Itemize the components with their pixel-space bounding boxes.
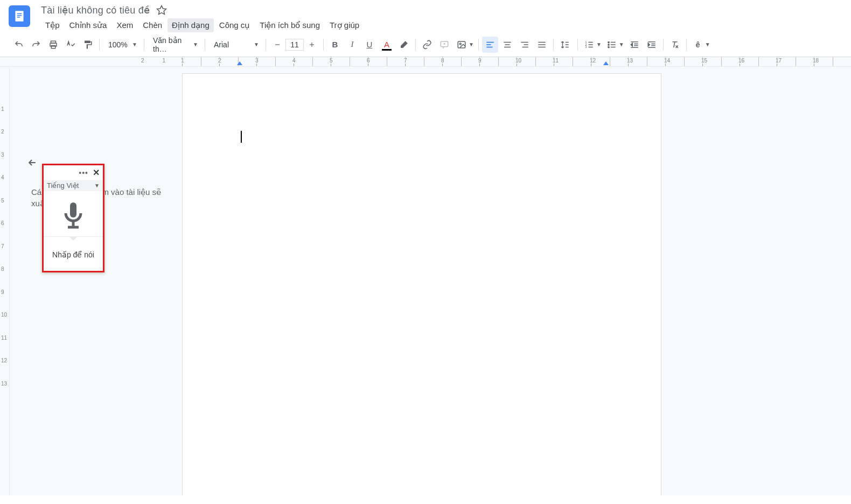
increase-font-size-button[interactable]: [304, 37, 320, 53]
horizontal-ruler[interactable]: 21 123456789101112131415161718: [0, 57, 851, 67]
chevron-down-icon: ▼: [705, 41, 710, 47]
align-center-button[interactable]: [499, 37, 515, 53]
header: Tài liệu không có tiêu đề Tệp Chỉnh sửa …: [0, 0, 851, 32]
italic-button[interactable]: I: [344, 37, 360, 53]
bulleted-list-button[interactable]: ▼: [604, 37, 625, 53]
line-spacing-button[interactable]: [557, 37, 574, 53]
input-method-button[interactable]: ê▼: [690, 37, 712, 53]
text-cursor: [241, 131, 242, 143]
svg-marker-52: [648, 43, 650, 46]
ruler-tick: 9: [479, 57, 498, 66]
svg-marker-4: [157, 6, 166, 15]
align-left-button[interactable]: [482, 37, 498, 53]
ruler-tick: 8: [442, 57, 461, 66]
undo-button[interactable]: [11, 37, 27, 53]
zoom-select[interactable]: 100%▼: [103, 37, 141, 53]
insert-link-button[interactable]: [419, 37, 435, 53]
underline-button[interactable]: U: [361, 37, 378, 53]
ruler-tick: 16: [740, 57, 758, 66]
separator: [478, 39, 479, 51]
more-options-icon[interactable]: •••: [79, 169, 88, 177]
menu-file[interactable]: Tệp: [41, 18, 64, 32]
separator: [99, 39, 100, 51]
toolbar: 100%▼ Văn bản th…▼ Arial▼ B I U A ▼ 123▼…: [0, 32, 851, 57]
menu-edit[interactable]: Chỉnh sửa: [65, 18, 111, 32]
menu-help[interactable]: Trợ giúp: [325, 18, 364, 32]
vruler-tick: 2: [1, 129, 4, 135]
pointer-triangle-icon: [69, 236, 78, 241]
menu-insert[interactable]: Chèn: [138, 18, 166, 32]
chevron-down-icon: ▼: [193, 41, 198, 47]
vruler-tick: 13: [1, 381, 7, 387]
ruler-tick: 13: [628, 57, 647, 66]
ruler-tick: 15: [702, 57, 721, 66]
svg-point-15: [459, 43, 461, 45]
separator: [577, 39, 578, 51]
vruler-tick: 11: [1, 335, 7, 341]
menu-format[interactable]: Định dạng: [168, 18, 214, 32]
text-color-button[interactable]: A: [379, 37, 395, 53]
document-title[interactable]: Tài liệu không có tiêu đề: [41, 4, 150, 16]
header-main: Tài liệu không có tiêu đề Tệp Chỉnh sửa …: [41, 4, 842, 32]
align-right-button[interactable]: [517, 37, 533, 53]
font-size-input[interactable]: [285, 39, 304, 51]
decrease-indent-button[interactable]: [626, 37, 643, 53]
chevron-down-icon: ▼: [132, 41, 137, 47]
numbered-list-button[interactable]: 123▼: [581, 37, 603, 53]
vertical-ruler[interactable]: 12345678910111213: [0, 67, 10, 495]
close-icon[interactable]: ✕: [93, 167, 100, 178]
back-arrow-icon[interactable]: [27, 157, 38, 168]
vruler-tick: 1: [1, 106, 4, 112]
chevron-down-icon: ▼: [469, 41, 474, 47]
separator: [266, 39, 266, 51]
vruler-tick: 10: [1, 312, 7, 318]
svg-marker-47: [631, 43, 632, 46]
align-justify-button[interactable]: [534, 37, 550, 53]
font-select[interactable]: Arial▼: [208, 37, 262, 53]
svg-rect-55: [70, 202, 76, 218]
vruler-tick: 4: [1, 174, 4, 180]
voice-language-select[interactable]: Tiếng Việt ▼: [44, 180, 103, 191]
menu-addons[interactable]: Tiện ích bổ sung: [255, 18, 324, 32]
svg-point-41: [608, 44, 609, 45]
document-scroll-area[interactable]: Các tiêu đề bạn thêm vào tài liệu sẽ xuấ…: [10, 67, 851, 495]
menu-view[interactable]: Xem: [112, 18, 137, 32]
document-page[interactable]: [182, 73, 661, 495]
paragraph-style-select[interactable]: Văn bản th…▼: [148, 37, 201, 53]
insert-image-button[interactable]: ▼: [454, 37, 475, 53]
clear-formatting-button[interactable]: [667, 37, 683, 53]
workarea: 12345678910111213 Các tiêu đề bạn thêm v…: [0, 67, 851, 495]
microphone-button[interactable]: [60, 200, 86, 233]
svg-rect-0: [15, 11, 23, 22]
svg-rect-3: [17, 17, 20, 18]
ruler-tick: 5: [331, 57, 350, 66]
ruler-negative-area: 21: [141, 58, 165, 64]
ruler-tick: 4: [294, 57, 312, 66]
separator: [205, 39, 205, 51]
star-icon[interactable]: [156, 5, 167, 16]
vruler-tick: 8: [1, 266, 4, 272]
vruler-tick: 5: [1, 198, 4, 204]
ruler-tick: 10: [517, 57, 535, 66]
left-indent-marker[interactable]: [237, 61, 242, 65]
menubar: Tệp Chỉnh sửa Xem Chèn Định dạng Công cụ…: [41, 18, 842, 32]
redo-button[interactable]: [28, 37, 44, 53]
bold-button[interactable]: B: [327, 37, 343, 53]
insert-comment-button[interactable]: [436, 37, 452, 53]
chevron-down-icon: ▼: [619, 41, 624, 47]
increase-indent-button[interactable]: [644, 37, 660, 53]
highlight-color-button[interactable]: [396, 37, 412, 53]
menu-tools[interactable]: Công cụ: [215, 18, 255, 32]
vruler-tick: 3: [1, 152, 4, 158]
svg-point-40: [608, 41, 609, 43]
chevron-down-icon: ▼: [94, 183, 100, 188]
paint-format-button[interactable]: [80, 37, 96, 53]
spellcheck-button[interactable]: [62, 37, 79, 53]
separator: [686, 39, 687, 51]
decrease-font-size-button[interactable]: [269, 37, 285, 53]
right-indent-marker[interactable]: [603, 61, 609, 65]
ruler-tick: 3: [256, 57, 275, 66]
vruler-tick: 6: [1, 220, 4, 226]
docs-logo[interactable]: [9, 5, 30, 27]
print-button[interactable]: [45, 37, 61, 53]
